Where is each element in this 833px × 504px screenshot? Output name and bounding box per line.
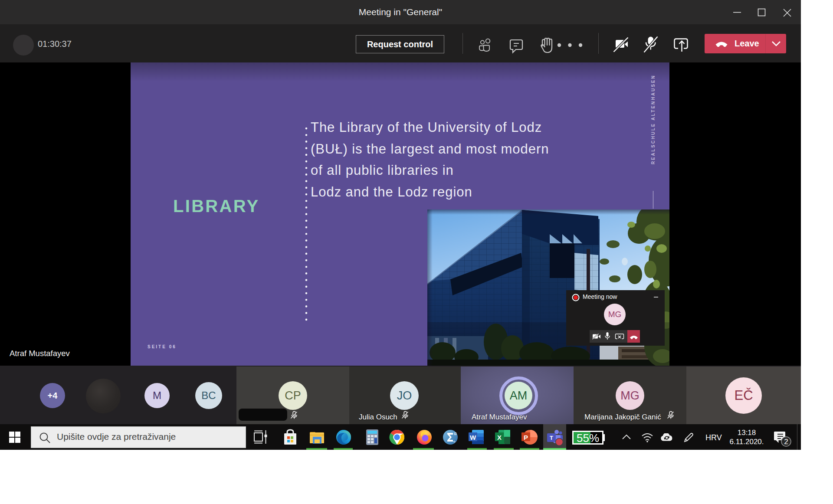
- svg-text:W: W: [470, 434, 476, 441]
- svg-text:÷: ÷: [453, 439, 456, 444]
- svg-text:P: P: [524, 434, 528, 441]
- svg-text:T: T: [550, 435, 553, 441]
- svg-text:α: α: [454, 431, 457, 436]
- svg-text:2: 2: [784, 438, 788, 446]
- svg-text:X: X: [497, 434, 502, 441]
